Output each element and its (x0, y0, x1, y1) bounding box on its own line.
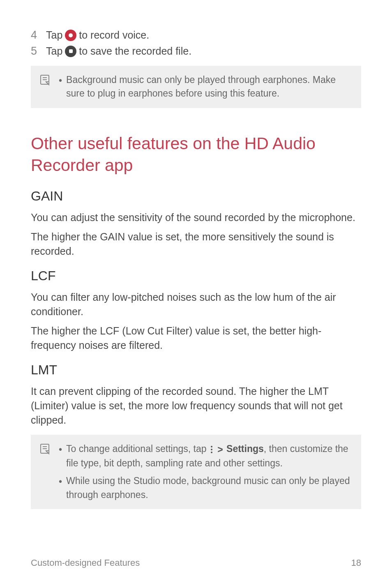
step-number: 5 (31, 45, 41, 58)
footer: Custom-designed Features 18 (31, 558, 361, 568)
lmt-heading: LMT (31, 362, 361, 378)
main-heading: Other useful features on the HD Audio Re… (31, 133, 361, 177)
note-list: • Background music can only be played th… (59, 73, 353, 101)
gain-paragraph-2: The higher the GAIN value is set, the mo… (31, 230, 361, 258)
footer-page: 18 (351, 558, 361, 568)
step-number: 4 (31, 29, 41, 42)
step-4: 4 Tap to record voice. (31, 29, 361, 42)
note-text: To change additional settings, tap > Set… (66, 442, 353, 470)
step-text-after: to record voice. (79, 29, 149, 41)
more-options-icon (209, 446, 214, 453)
lcf-paragraph-1: You can filter any low-pitched noises su… (31, 290, 361, 319)
note-item: • While using the Studio mode, backgroun… (59, 474, 353, 502)
settings-label: Settings (226, 443, 264, 454)
step-text-before: Tap (46, 29, 62, 41)
bullet-icon: • (59, 74, 62, 101)
note-text: Background music can only be played thro… (66, 73, 353, 101)
record-icon (65, 30, 76, 41)
gain-heading: GAIN (31, 189, 361, 204)
gain-paragraph-1: You can adjust the sensitivity of the so… (31, 210, 361, 225)
step-text-after: to save the recorded file. (79, 45, 191, 57)
note-item: • Background music can only be played th… (59, 73, 353, 101)
bullet-icon: • (59, 443, 62, 470)
note-text-before: To change additional settings, tap (66, 443, 206, 454)
lcf-heading: LCF (31, 268, 361, 284)
step-5: 5 Tap to save the recorded file. (31, 45, 361, 58)
note-box-1: • Background music can only be played th… (31, 66, 361, 108)
footer-section: Custom-designed Features (31, 558, 140, 568)
note-icon (39, 74, 51, 101)
note-box-2: • To change additional settings, tap > S… (31, 435, 361, 509)
note-text: While using the Studio mode, background … (66, 474, 353, 502)
lmt-paragraph-1: It can prevent clipping of the recorded … (31, 384, 361, 427)
lcf-paragraph-2: The higher the LCF (Low Cut Filter) valu… (31, 324, 361, 353)
step-text: Tap to save the recorded file. (46, 45, 191, 57)
chevron-icon: > (217, 443, 223, 457)
note-item: • To change additional settings, tap > S… (59, 442, 353, 470)
note-icon (39, 443, 51, 502)
bullet-icon: • (59, 475, 62, 502)
stop-icon (65, 46, 76, 57)
note-list: • To change additional settings, tap > S… (59, 442, 353, 502)
step-text: Tap to record voice. (46, 29, 149, 41)
step-text-before: Tap (46, 45, 62, 57)
